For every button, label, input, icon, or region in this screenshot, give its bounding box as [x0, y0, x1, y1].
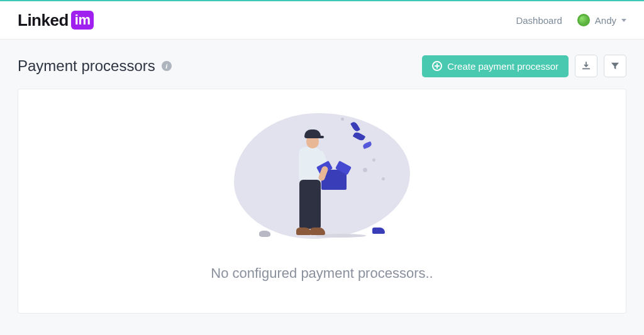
- brand-logo[interactable]: Linkedim: [18, 11, 94, 30]
- navbar: Linkedim Dashboard Andy: [0, 1, 644, 40]
- chevron-down-icon: [621, 19, 626, 22]
- user-name: Andy: [595, 15, 616, 26]
- filter-button[interactable]: [604, 55, 626, 77]
- filter-icon: [611, 62, 619, 70]
- download-icon: [582, 62, 591, 70]
- content-area: Payment processors i Create payment proc…: [0, 40, 644, 329]
- nav-link-dashboard[interactable]: Dashboard: [516, 15, 562, 26]
- page-header: Payment processors i Create payment proc…: [18, 55, 626, 77]
- page-title-wrap: Payment processors i: [18, 57, 172, 75]
- info-icon[interactable]: i: [162, 61, 172, 71]
- avatar: [577, 14, 590, 26]
- brand-text: Linked: [18, 11, 69, 30]
- brand-badge: im: [71, 11, 94, 30]
- plus-circle-icon: [432, 61, 442, 71]
- download-button[interactable]: [575, 55, 597, 77]
- nav-right: Dashboard Andy: [516, 14, 626, 26]
- user-menu[interactable]: Andy: [577, 14, 626, 26]
- page-title: Payment processors: [18, 57, 155, 75]
- page-actions: Create payment processor: [422, 55, 626, 77]
- create-payment-processor-button[interactable]: Create payment processor: [422, 55, 569, 77]
- empty-state-card: No configured payment processors..: [18, 89, 626, 314]
- create-button-label: Create payment processor: [447, 61, 558, 72]
- empty-state-message: No configured payment processors..: [211, 265, 433, 282]
- empty-state-illustration: [228, 108, 416, 253]
